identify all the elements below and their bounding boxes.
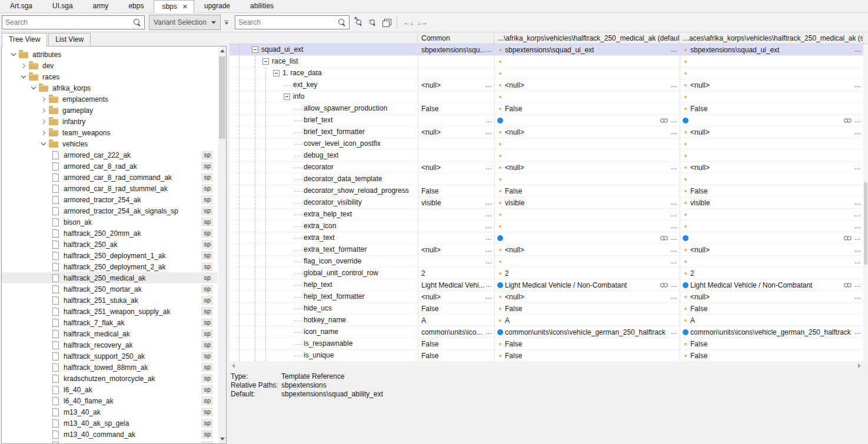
grid-cell[interactable]: <null>... <box>418 291 494 303</box>
grid-row-is_respawnable[interactable]: is_respawnableFalseFalseFalse <box>230 338 868 350</box>
grid-row-extra_icon[interactable]: extra_icon......... <box>230 221 868 232</box>
grid-cell[interactable]: False <box>418 338 494 350</box>
grid-cell[interactable]: False <box>680 303 863 315</box>
grid-cell[interactable] <box>680 56 863 68</box>
tree-item-emplacements[interactable]: emplacements <box>2 94 218 105</box>
tree-item-attributes[interactable]: attributes <box>2 49 218 60</box>
grid-row-cover_level_icon_postfix[interactable]: cover_level_icon_postfix <box>230 138 868 150</box>
grid-cell[interactable]: False <box>418 303 494 315</box>
grid-row-brief_text[interactable]: brief_text......... <box>230 115 868 126</box>
grid-cell[interactable]: ... <box>494 115 680 126</box>
grid-row-is_unique[interactable]: is_uniqueFalseFalseFalse <box>230 350 868 362</box>
property-name-cell[interactable]: decorator <box>230 162 418 173</box>
find-next-button[interactable]: → <box>366 15 380 29</box>
ellipsis-button[interactable]: ... <box>485 329 494 335</box>
grid-cell[interactable]: False <box>494 338 680 350</box>
grid-cell[interactable] <box>680 173 863 185</box>
scroll-left-icon[interactable] <box>232 363 235 368</box>
grid-cell[interactable]: <null>... <box>418 244 494 256</box>
grid-row-help_text[interactable]: help_textLight Medical Vehi......Light M… <box>230 279 868 291</box>
property-name-cell[interactable]: hotkey_name <box>230 315 418 326</box>
ellipsis-button[interactable]: ... <box>854 259 863 265</box>
grid-cell[interactable]: <null>... <box>680 162 863 173</box>
collapse-expander-icon[interactable] <box>262 58 269 65</box>
grid-row-decorator_data_template[interactable]: decorator_data_template <box>230 173 868 185</box>
ellipsis-button[interactable]: ... <box>670 118 680 123</box>
ellipsis-button[interactable]: ... <box>485 165 494 171</box>
grid-cell[interactable]: <null>... <box>418 79 494 91</box>
property-name-cell[interactable]: extra_icon <box>230 221 418 232</box>
tree-item-m13_40_command_ak[interactable]: m13_40_command_aksp <box>2 429 218 440</box>
ellipsis-button[interactable]: ... <box>854 165 863 171</box>
grid-cell[interactable]: <null>... <box>494 126 680 138</box>
tree-item-armored_car_8_rad_ak[interactable]: armored_car_8_rad_aksp <box>2 161 218 172</box>
ellipsis-button[interactable]: ... <box>670 282 680 288</box>
ellipsis-button[interactable]: ... <box>485 82 494 88</box>
grid-cell[interactable]: sbpextensions\squ...... <box>418 44 494 56</box>
ellipsis-button[interactable]: ... <box>485 200 494 206</box>
grid-row-decorator_show_reload_progress[interactable]: decorator_show_reload_progressFalseFalse… <box>230 185 868 197</box>
grid-cell[interactable]: Light Medical Vehicle / Non-Combatant... <box>680 279 863 291</box>
ellipsis-button[interactable]: ... <box>670 165 680 171</box>
chevron-down-icon[interactable] <box>9 54 18 55</box>
ellipsis-button[interactable]: ... <box>485 212 494 218</box>
property-name-cell[interactable]: extra_text_formatter <box>230 244 418 256</box>
tree-item-halftrack_250_20mm_ak[interactable]: halftrack_250_20mm_aksp <box>2 228 218 239</box>
grid-cell[interactable]: ... <box>680 232 863 244</box>
grid-cell[interactable]: 2 <box>680 268 863 279</box>
tree-item[interactable]: sp <box>2 440 218 444</box>
tree-item-afrika_korps[interactable]: afrika_korps <box>2 82 218 94</box>
ellipsis-button[interactable]: ... <box>854 223 863 229</box>
grid-column-header-name[interactable] <box>230 34 418 44</box>
ellipsis-button[interactable]: ... <box>485 294 494 300</box>
tree-item-halftrack_250_medical_ak[interactable]: halftrack_250_medical_aksp <box>2 272 218 283</box>
grid-cell[interactable]: A <box>680 315 863 326</box>
grid-column-header-common[interactable]: Common <box>418 34 494 44</box>
grid-cell[interactable]: visible... <box>418 197 494 209</box>
property-name-cell[interactable]: help_text_formatter <box>230 291 418 303</box>
grid-horizontal-scrollbar[interactable] <box>230 362 863 369</box>
grid-cell[interactable]: False <box>680 185 863 197</box>
property-name-cell[interactable]: brief_text_formatter <box>230 126 418 138</box>
grid-cell[interactable]: Light Medical Vehicle / Non-Combatant... <box>494 279 680 291</box>
property-name-cell[interactable]: brief_text <box>230 115 418 126</box>
tree-item-races[interactable]: races <box>2 71 218 82</box>
grid-row-extra_text[interactable]: extra_text......... <box>230 232 868 244</box>
cascade-windows-button[interactable] <box>380 15 393 29</box>
tree-item-kradschutzen_motorcycle_ak[interactable]: kradschutzen_motorcycle_aksp <box>2 373 218 384</box>
property-name-cell[interactable]: is_unique <box>230 350 418 362</box>
ellipsis-button[interactable]: ... <box>670 294 680 300</box>
grid-row-allow_spawner_production[interactable]: allow_spawner_productionFalseFalseFalse <box>230 103 868 115</box>
grid-cell[interactable]: False <box>418 185 494 197</box>
property-name-cell[interactable]: extra_help_text <box>230 209 418 221</box>
property-name-cell[interactable]: hide_ucs <box>230 303 418 315</box>
grid-cell[interactable] <box>418 68 494 79</box>
grid-row-ext_key[interactable]: ext_key<null>...<null>...<null>... <box>230 79 868 91</box>
grid-cell[interactable]: <null>... <box>494 291 680 303</box>
tree-item-halftrack_support_250_ak[interactable]: halftrack_support_250_aksp <box>2 350 218 362</box>
grid-cell[interactable]: <null>... <box>680 244 863 256</box>
grid-row-brief_text_formatter[interactable]: brief_text_formatter<null>...<null>...<n… <box>230 126 868 138</box>
chevron-right-icon[interactable] <box>39 98 48 101</box>
grid-cell[interactable]: <null>... <box>418 162 494 173</box>
tab-sbps[interactable]: sbps ✕ <box>154 0 194 13</box>
variant-selection-dropdown[interactable]: Variant Selection <box>149 15 221 30</box>
grid-row-flag_icon_override[interactable]: flag_icon_override......... <box>230 256 868 268</box>
tab-upgrade[interactable]: upgrade <box>194 0 240 12</box>
grid-cell[interactable]: ... <box>418 232 494 244</box>
grid-cell[interactable] <box>494 150 680 162</box>
grid-cell[interactable]: ... <box>494 256 680 268</box>
scrollbar-thumb[interactable] <box>219 56 225 139</box>
property-name-cell[interactable]: debug_text <box>230 150 418 162</box>
grid-cell[interactable] <box>494 56 680 68</box>
grid-search-input[interactable] <box>238 18 338 26</box>
tree-vertical-scrollbar[interactable] <box>218 46 226 443</box>
ellipsis-button[interactable]: ... <box>485 247 494 253</box>
ellipsis-button[interactable]: ... <box>854 235 863 241</box>
ellipsis-button[interactable]: ... <box>485 223 494 229</box>
tab-abilities[interactable]: abilities <box>240 0 284 12</box>
grid-cell[interactable]: <null>... <box>680 79 863 91</box>
grid-cell[interactable]: A <box>494 315 680 326</box>
grid-cell[interactable]: ... <box>418 221 494 232</box>
chevron-down-icon[interactable] <box>39 143 48 145</box>
